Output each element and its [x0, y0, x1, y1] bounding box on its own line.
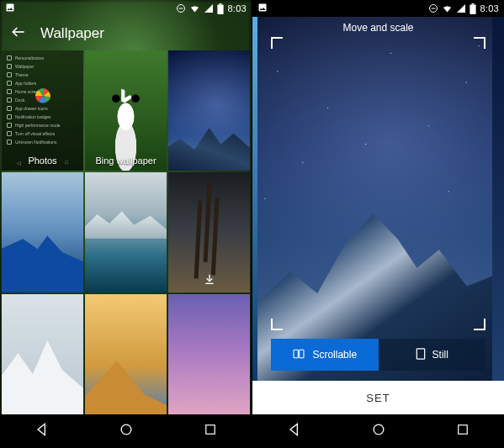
status-bar: 8:03 [252, 0, 504, 17]
back-icon[interactable] [10, 24, 27, 44]
svg-rect-11 [300, 350, 304, 357]
navigation-bar [0, 414, 252, 448]
scrollable-icon [292, 349, 305, 361]
crop-corner-icon [474, 319, 485, 330]
svg-point-4 [122, 424, 132, 435]
tile-photos[interactable]: Personalization Wallpaper Theme App fold… [2, 50, 83, 171]
crop-corner-icon [474, 37, 485, 49]
set-button[interactable]: SET [252, 381, 504, 414]
svg-rect-2 [218, 4, 224, 14]
wifi-icon [189, 3, 200, 13]
crop-corner-icon [271, 37, 283, 49]
tile-caption: Photos [2, 155, 83, 166]
nav-recents-icon[interactable] [455, 422, 470, 440]
app-bar: Wallpaper [0, 17, 252, 50]
scrollable-label: Scrollable [312, 349, 357, 361]
svg-point-13 [374, 424, 385, 435]
nav-back-icon[interactable] [286, 421, 303, 441]
navigation-bar [252, 414, 504, 448]
tile-wallpaper-rain-tree[interactable] [168, 172, 250, 293]
nav-home-icon[interactable] [118, 421, 135, 441]
photos-pinwheel-icon [33, 86, 53, 106]
app-bar-title: Wallpaper [40, 25, 104, 42]
set-label: SET [366, 392, 390, 404]
download-icon [203, 272, 216, 287]
svg-rect-5 [206, 425, 215, 435]
wallpaper-preview[interactable]: Move and scale [252, 17, 504, 381]
crop-frame [271, 37, 485, 330]
svg-rect-8 [470, 4, 476, 14]
nav-home-icon[interactable] [370, 421, 387, 441]
cell-signal-icon [456, 3, 466, 13]
status-clock: 8:03 [480, 3, 499, 13]
still-button[interactable]: Still [379, 339, 486, 371]
tile-wallpaper-desert-pyramid[interactable] [85, 294, 167, 414]
svg-rect-14 [459, 425, 468, 435]
crop-corner-icon [271, 319, 283, 330]
mode-toggle: Scrollable Still [271, 339, 485, 371]
picture-notification-icon [257, 3, 268, 14]
cell-signal-icon [204, 3, 214, 13]
tile-wallpaper-blue-castle[interactable] [2, 172, 83, 293]
battery-icon [470, 3, 476, 14]
tile-wallpaper-mountain-lake[interactable] [85, 172, 167, 293]
nav-recents-icon[interactable] [203, 422, 218, 440]
do-not-disturb-icon [176, 3, 186, 13]
tile-bing-wallpaper[interactable]: Bing wallpaper [85, 50, 167, 171]
svg-rect-12 [416, 348, 424, 358]
bing-icon [118, 87, 135, 104]
battery-icon [217, 3, 224, 14]
move-and-scale-label: Move and scale [252, 22, 504, 34]
svg-rect-10 [294, 350, 298, 357]
wallpaper-picker-screen: 8:03 Wallpaper Personalization Wallpaper… [0, 0, 252, 448]
wallpaper-preview-screen: 8:03 Move and scale [252, 0, 504, 448]
status-bar: 8:03 [0, 0, 252, 17]
wifi-icon [442, 3, 453, 13]
svg-rect-9 [472, 3, 475, 4]
tile-caption: Bing wallpaper [85, 155, 167, 166]
nav-back-icon[interactable] [34, 421, 50, 441]
tile-wallpaper-purple-clouds[interactable] [168, 294, 250, 414]
tile-wallpaper-snow-peak[interactable] [2, 294, 83, 414]
do-not-disturb-icon [428, 3, 438, 13]
tile-wallpaper-mountain-night[interactable] [168, 50, 250, 171]
still-label: Still [432, 349, 448, 361]
picture-notification-icon [5, 3, 15, 14]
scrollable-button[interactable]: Scrollable [271, 339, 379, 371]
status-clock: 8:03 [227, 3, 247, 13]
still-icon [416, 348, 426, 362]
wallpaper-grid: Personalization Wallpaper Theme App fold… [0, 50, 252, 414]
svg-rect-3 [220, 3, 222, 4]
